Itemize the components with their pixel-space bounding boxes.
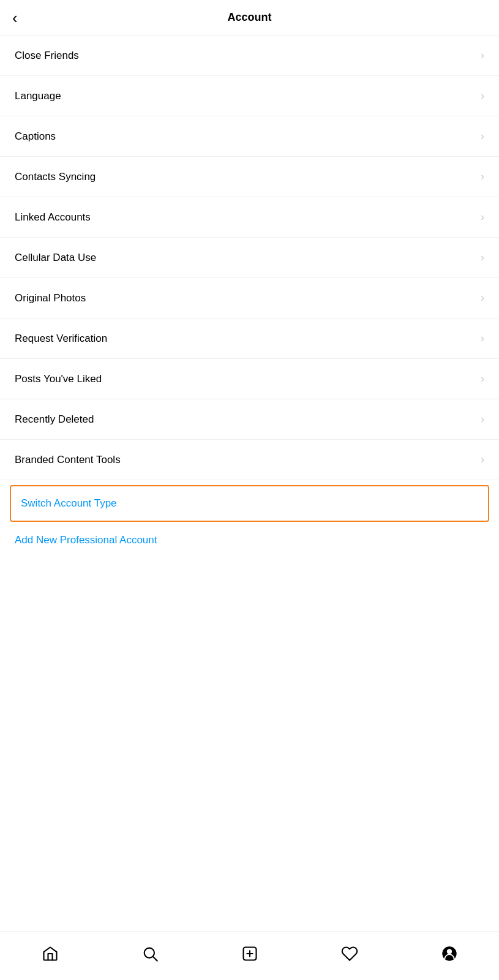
- menu-item-recently-deleted[interactable]: Recently Deleted ›: [0, 399, 499, 440]
- menu-item-language[interactable]: Language ›: [0, 76, 499, 116]
- add-professional-account-button[interactable]: Add New Professional Account: [0, 524, 499, 556]
- chevron-icon: ›: [481, 292, 484, 304]
- chevron-icon: ›: [481, 89, 484, 102]
- chevron-icon: ›: [481, 251, 484, 264]
- heart-icon: [341, 945, 358, 962]
- chevron-icon: ›: [481, 413, 484, 426]
- nav-profile[interactable]: [434, 938, 465, 969]
- menu-item-request-verification[interactable]: Request Verification ›: [0, 318, 499, 359]
- page-title: Account: [228, 11, 272, 24]
- menu-item-captions[interactable]: Captions ›: [0, 116, 499, 157]
- svg-line-1: [153, 957, 157, 960]
- nav-home[interactable]: [35, 938, 66, 969]
- menu-item-close-friends[interactable]: Close Friends ›: [0, 36, 499, 76]
- menu-item-cellular-data-use[interactable]: Cellular Data Use ›: [0, 238, 499, 278]
- svg-point-6: [446, 949, 451, 954]
- search-icon: [141, 945, 159, 962]
- header: ‹ Account: [0, 0, 499, 36]
- nav-activity[interactable]: [334, 938, 365, 969]
- menu-item-original-photos[interactable]: Original Photos ›: [0, 278, 499, 318]
- menu-item-branded-content-tools[interactable]: Branded Content Tools ›: [0, 440, 499, 480]
- home-icon: [42, 945, 59, 962]
- menu-item-contacts-syncing[interactable]: Contacts Syncing ›: [0, 157, 499, 197]
- nav-new-post[interactable]: [234, 938, 265, 969]
- chevron-icon: ›: [481, 170, 484, 183]
- menu-item-posts-liked[interactable]: Posts You've Liked ›: [0, 359, 499, 399]
- chevron-icon: ›: [481, 130, 484, 143]
- chevron-icon: ›: [481, 211, 484, 224]
- switch-account-type-button[interactable]: Switch Account Type: [10, 485, 489, 522]
- profile-icon: [441, 945, 458, 962]
- back-button[interactable]: ‹: [12, 10, 18, 26]
- chevron-icon: ›: [481, 372, 484, 385]
- nav-search[interactable]: [135, 938, 165, 969]
- chevron-icon: ›: [481, 49, 484, 62]
- bottom-nav: [0, 931, 499, 980]
- menu-list: Close Friends › Language › Captions › Co…: [0, 36, 499, 931]
- menu-item-linked-accounts[interactable]: Linked Accounts ›: [0, 197, 499, 238]
- chevron-icon: ›: [481, 332, 484, 345]
- new-post-icon: [241, 945, 258, 962]
- chevron-icon: ›: [481, 453, 484, 466]
